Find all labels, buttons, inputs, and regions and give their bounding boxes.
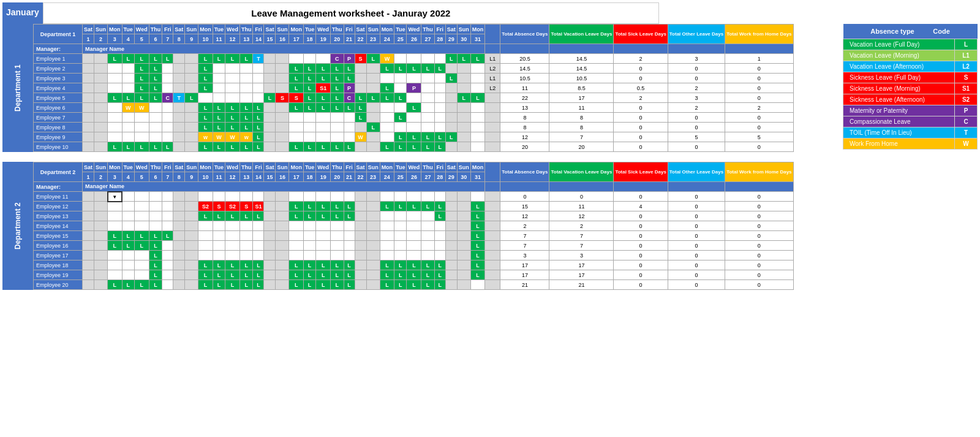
leave-cell[interactable]: L	[394, 142, 407, 152]
empty-cell[interactable]	[162, 74, 173, 83]
empty-cell[interactable]	[421, 83, 435, 93]
empty-cell[interactable]	[149, 192, 162, 202]
leave-cell[interactable]: L	[289, 103, 304, 113]
empty-cell[interactable]	[434, 241, 445, 251]
empty-cell[interactable]	[239, 251, 253, 260]
empty-cell[interactable]	[239, 93, 253, 103]
empty-cell[interactable]	[162, 270, 173, 280]
leave-cell[interactable]: L	[149, 83, 162, 93]
empty-cell[interactable]	[108, 113, 123, 123]
leave-cell[interactable]: L	[198, 142, 213, 152]
leave-cell[interactable]: L	[289, 211, 304, 221]
leave-cell[interactable]: L	[380, 270, 394, 280]
empty-cell[interactable]	[108, 260, 123, 270]
empty-cell[interactable]	[108, 74, 123, 83]
empty-cell[interactable]	[162, 113, 173, 123]
leave-cell[interactable]: L	[198, 113, 213, 123]
leave-cell[interactable]: L	[213, 280, 225, 290]
leave-cell[interactable]: L	[470, 93, 485, 103]
leave-cell[interactable]: L	[225, 280, 240, 290]
leave-cell[interactable]: L	[289, 83, 304, 93]
leave-cell[interactable]: S	[289, 93, 304, 103]
leave-cell[interactable]: L	[289, 280, 304, 290]
leave-cell[interactable]: L	[303, 211, 315, 221]
leave-cell[interactable]: L	[394, 202, 407, 211]
leave-cell[interactable]: L	[470, 231, 485, 241]
empty-cell[interactable]	[303, 221, 315, 231]
empty-cell[interactable]	[470, 123, 485, 132]
leave-cell[interactable]: L	[239, 142, 253, 152]
empty-cell[interactable]	[198, 251, 213, 260]
leave-cell[interactable]: L	[355, 103, 366, 113]
leave-cell[interactable]: L	[344, 103, 355, 113]
leave-cell[interactable]: L	[434, 64, 445, 74]
leave-cell[interactable]: S1	[253, 202, 264, 211]
leave-cell[interactable]: L	[331, 74, 344, 83]
empty-cell[interactable]	[108, 123, 123, 132]
leave-cell[interactable]: W	[122, 103, 134, 113]
leave-cell[interactable]: L	[149, 64, 162, 74]
leave-cell[interactable]: S1	[316, 83, 331, 93]
leave-cell[interactable]: W	[134, 103, 149, 113]
leave-cell[interactable]: L	[122, 142, 134, 152]
leave-cell[interactable]: L	[344, 202, 355, 211]
empty-cell[interactable]	[225, 93, 240, 103]
leave-cell[interactable]: L	[149, 270, 162, 280]
leave-cell[interactable]: P	[344, 83, 355, 93]
leave-cell[interactable]: L	[162, 54, 173, 64]
leave-cell[interactable]: L	[239, 113, 253, 123]
leave-cell[interactable]: L	[331, 270, 344, 280]
leave-cell[interactable]: L	[149, 241, 162, 251]
empty-cell[interactable]	[213, 64, 225, 74]
empty-cell[interactable]	[225, 192, 240, 202]
leave-cell[interactable]: L	[198, 270, 213, 280]
leave-cell[interactable]: L	[434, 211, 445, 221]
empty-cell[interactable]	[407, 241, 421, 251]
empty-cell[interactable]	[394, 241, 407, 251]
empty-cell[interactable]	[421, 103, 435, 113]
leave-cell[interactable]: L	[366, 123, 380, 132]
leave-cell[interactable]: L	[421, 280, 435, 290]
empty-cell[interactable]	[134, 211, 149, 221]
leave-cell[interactable]: L	[434, 132, 445, 142]
empty-cell[interactable]	[108, 251, 123, 260]
leave-cell[interactable]: L	[122, 280, 134, 290]
empty-cell[interactable]	[303, 113, 315, 123]
leave-cell[interactable]: L	[134, 280, 149, 290]
empty-cell[interactable]	[331, 251, 344, 260]
empty-cell[interactable]	[407, 192, 421, 202]
empty-cell[interactable]	[239, 192, 253, 202]
empty-cell[interactable]	[122, 113, 134, 123]
empty-cell[interactable]	[149, 123, 162, 132]
leave-cell[interactable]: L	[289, 74, 304, 83]
leave-cell[interactable]: L	[407, 132, 421, 142]
empty-cell[interactable]	[122, 211, 134, 221]
leave-cell[interactable]: L	[122, 231, 134, 241]
empty-cell[interactable]	[331, 221, 344, 231]
empty-cell[interactable]	[239, 231, 253, 241]
empty-cell[interactable]	[253, 93, 264, 103]
empty-cell[interactable]	[394, 123, 407, 132]
leave-cell[interactable]: L	[407, 64, 421, 74]
empty-cell[interactable]	[253, 64, 264, 74]
empty-cell[interactable]	[407, 93, 421, 103]
empty-cell[interactable]	[289, 132, 304, 142]
leave-cell[interactable]: L	[470, 54, 485, 64]
leave-cell[interactable]: L	[316, 64, 331, 74]
empty-cell[interactable]	[253, 221, 264, 231]
leave-cell[interactable]: w	[239, 132, 253, 142]
leave-cell[interactable]: L	[421, 202, 435, 211]
empty-cell[interactable]	[108, 132, 123, 142]
leave-cell[interactable]: L	[434, 202, 445, 211]
empty-cell[interactable]	[316, 54, 331, 64]
empty-cell[interactable]	[316, 251, 331, 260]
leave-cell[interactable]: L	[331, 142, 344, 152]
leave-cell[interactable]: S	[213, 202, 225, 211]
leave-cell[interactable]: L	[239, 103, 253, 113]
empty-cell[interactable]	[253, 83, 264, 93]
leave-cell[interactable]: W	[380, 54, 394, 64]
leave-cell[interactable]: L	[108, 142, 123, 152]
leave-cell[interactable]: L	[407, 142, 421, 152]
leave-cell[interactable]: L	[331, 83, 344, 93]
leave-cell[interactable]: L	[289, 270, 304, 280]
